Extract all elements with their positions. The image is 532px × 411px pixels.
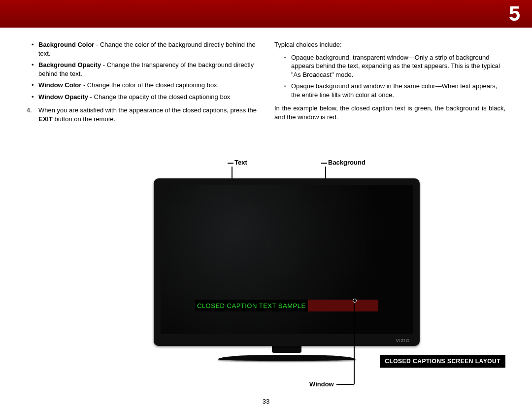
tv-brand: VIZIO (396, 338, 410, 343)
figure-caption: CLOSED CAPTIONS SCREEN LAYOUT (380, 355, 505, 368)
right-column: Typical choices include: •Opaque backgro… (274, 40, 505, 125)
callout-window: Window (309, 380, 334, 388)
page-number: 33 (0, 398, 532, 405)
cc-text: CLOSED CAPTION TEXT SAMPLE (197, 302, 306, 309)
chapter-number: 5 (509, 2, 520, 26)
chapter-header: 5 (0, 0, 532, 28)
cc-background: CLOSED CAPTION TEXT SAMPLE (195, 300, 308, 311)
callout-text: Text (234, 159, 247, 166)
tv-illustration: CLOSED CAPTION TEXT SAMPLE VIZIO (154, 178, 420, 363)
callout-background: Background (328, 159, 366, 166)
tv-diagram: Text Background CLOSED CAPTION TEXT SAMP… (115, 159, 450, 405)
left-column: •Background Color - Change the color of … (27, 40, 258, 125)
